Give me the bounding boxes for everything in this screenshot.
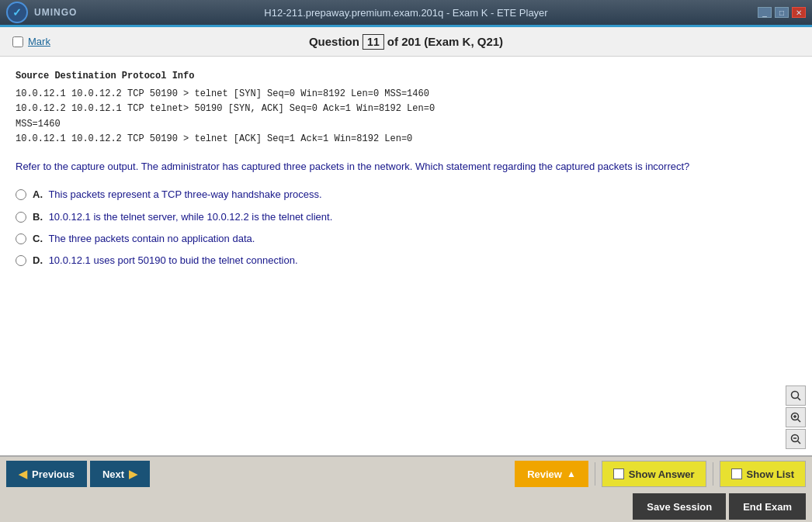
toolbar-row2: Save Session End Exam: [0, 491, 812, 522]
question-header: Mark Question 11 of 201 (Exam K, Q21): [0, 27, 812, 57]
title-bar-left: ✓ UMINGO: [6, 2, 77, 23]
question-prefix: Question: [309, 35, 359, 48]
window-controls: _ □ ✕: [758, 7, 806, 18]
svg-line-3: [798, 420, 801, 423]
bottom-toolbar: ◀ Previous Next ▶ Review ▲ Show Answer S…: [0, 455, 812, 522]
option-d-letter: D.: [33, 254, 43, 266]
review-label: Review: [527, 468, 562, 480]
question-num-box: 11: [363, 34, 384, 50]
logo: ✓: [6, 2, 28, 23]
show-list-button[interactable]: Show List: [720, 461, 806, 487]
close-button[interactable]: ✕: [792, 7, 806, 18]
option-d-label: D. 10.0.12.1 uses port 50190 to buid the…: [33, 254, 298, 268]
show-list-checkbox-icon: [731, 468, 742, 479]
search-button[interactable]: [786, 385, 806, 406]
option-c-text: The three packets contain no application…: [48, 233, 255, 244]
question-number-display: Question 11 of 201 (Exam K, Q21): [309, 34, 503, 50]
svg-line-7: [798, 441, 801, 444]
packet-table: Source Destination Protocol Info 10.0.12…: [16, 69, 796, 147]
packet-header: Source Destination Protocol Info: [16, 69, 796, 84]
packet-row-1: 10.0.12.1 10.0.12.2 TCP 50190 > telnet […: [16, 87, 796, 102]
title-bar: ✓ UMINGO H12-211.prepaway.premium.exam.2…: [0, 0, 812, 25]
mark-section: Mark: [12, 36, 50, 47]
save-session-button[interactable]: Save Session: [633, 493, 726, 520]
option-b-label: B. 10.0.12.1 is the telnet server, while…: [33, 210, 332, 224]
list-item: B. 10.0.12.1 is the telnet server, while…: [16, 210, 796, 224]
option-a-label: A. This packets represent a TCP three-wa…: [33, 188, 322, 202]
review-arrow-icon: ▲: [567, 468, 576, 479]
review-button[interactable]: Review ▲: [515, 461, 588, 487]
options-list: A. This packets represent a TCP three-wa…: [16, 188, 796, 268]
show-list-label: Show List: [747, 468, 794, 480]
svg-line-1: [798, 398, 801, 401]
previous-button[interactable]: ◀ Previous: [6, 461, 87, 487]
end-exam-button[interactable]: End Exam: [729, 493, 806, 520]
option-b-letter: B.: [33, 211, 43, 223]
logo-text: UMINGO: [34, 7, 77, 18]
zoom-out-button[interactable]: [786, 429, 806, 449]
packet-row-3: MSS=1460: [16, 117, 796, 132]
prev-arrow-icon: ◀: [19, 468, 27, 480]
logo-check-icon: ✓: [12, 6, 22, 19]
zoom-in-button[interactable]: [786, 407, 806, 427]
packet-row-2: 10.0.12.2 10.0.12.1 TCP telnet> 50190 [S…: [16, 102, 796, 116]
option-a-text: This packets represent a TCP three-way h…: [48, 188, 321, 200]
question-suffix: of 201 (Exam K, Q21): [387, 35, 503, 48]
previous-label: Previous: [32, 468, 75, 480]
list-item: A. This packets represent a TCP three-wa…: [16, 188, 796, 202]
show-answer-button[interactable]: Show Answer: [602, 461, 706, 487]
svg-point-0: [792, 392, 799, 399]
next-label: Next: [102, 468, 124, 480]
zoom-controls: [786, 385, 806, 449]
option-c-letter: C.: [33, 233, 43, 244]
option-a-letter: A.: [33, 188, 43, 200]
next-button[interactable]: Next ▶: [90, 461, 150, 487]
mark-label[interactable]: Mark: [28, 36, 50, 47]
question-text: Refer to the capture output. The adminis…: [16, 159, 796, 175]
show-answer-label: Show Answer: [629, 468, 695, 480]
list-item: C. The three packets contain no applicat…: [16, 232, 796, 246]
window-title: H12-211.prepaway.premium.exam.201q - Exa…: [264, 7, 547, 19]
show-answer-checkbox-icon: [613, 468, 624, 479]
option-c-radio[interactable]: [16, 233, 26, 244]
separator-2: [713, 462, 713, 486]
maximize-button[interactable]: □: [775, 7, 789, 18]
option-a-radio[interactable]: [16, 189, 26, 200]
option-b-text: 10.0.12.1 is the telnet server, while 10…: [49, 211, 333, 223]
next-arrow-icon: ▶: [129, 468, 137, 480]
option-d-radio[interactable]: [16, 255, 26, 266]
option-b-radio[interactable]: [16, 212, 26, 223]
option-c-label: C. The three packets contain no applicat…: [33, 232, 255, 246]
packet-row-4: 10.0.12.1 10.0.12.2 TCP 50190 > telnet […: [16, 132, 796, 147]
list-item: D. 10.0.12.1 uses port 50190 to buid the…: [16, 254, 796, 268]
separator-1: [595, 462, 595, 486]
main-content: Source Destination Protocol Info 10.0.12…: [0, 57, 812, 455]
mark-checkbox[interactable]: [12, 36, 23, 47]
minimize-button[interactable]: _: [758, 7, 772, 18]
option-d-text: 10.0.12.1 uses port 50190 to buid the te…: [49, 254, 298, 266]
toolbar-row1: ◀ Previous Next ▶ Review ▲ Show Answer S…: [0, 457, 812, 491]
